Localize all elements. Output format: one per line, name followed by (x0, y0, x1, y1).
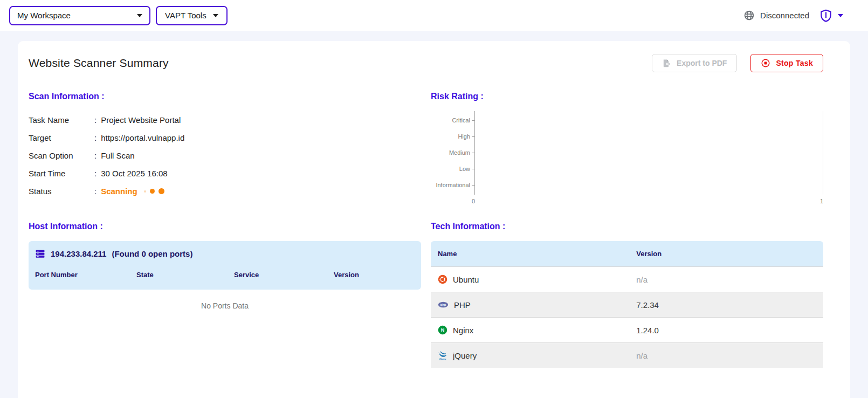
scanning-loader-dots (144, 188, 164, 194)
tech-col-name: Name (438, 250, 636, 258)
y-tick-informational: Informational (431, 177, 474, 193)
tech-table-header: Name Version (431, 241, 823, 266)
chart-x-axis-labels: 0 1 (472, 198, 823, 204)
x-tick-0: 0 (472, 198, 475, 204)
scan-info-row-status: Status : Scanning (29, 182, 421, 200)
php-icon: php (438, 299, 449, 310)
vapt-tools-label: VAPT Tools (165, 11, 206, 20)
globe-icon (743, 10, 755, 21)
file-export-icon (662, 59, 671, 68)
page-title: Website Scanner Summary (29, 57, 169, 70)
server-icon (35, 249, 45, 259)
separator: : (94, 151, 97, 160)
chart-y-axis-labels: Critical High Medium Low Informational (431, 111, 474, 195)
table-row: jQuery jQuery n/a (431, 342, 823, 368)
y-tick-low: Low (431, 161, 474, 177)
tech-version: n/a (636, 275, 823, 284)
tech-name: jQuery (453, 351, 477, 360)
separator: : (94, 187, 97, 196)
bottom-sections: Host Information : (29, 222, 823, 368)
scan-info-row-start-time: Start Time : 30 Oct 2025 16:08 (29, 164, 421, 182)
risk-rating-heading: Risk Rating : (431, 92, 823, 101)
tech-version: n/a (636, 351, 823, 360)
ports-col-port-number: Port Number (35, 271, 136, 279)
ports-table-header: Port Number State Service Version (29, 264, 421, 279)
host-panel: 194.233.84.211 (Found 0 open ports) Port… (29, 241, 421, 290)
tech-name: PHP (454, 300, 471, 310)
y-tick-medium: Medium (431, 145, 474, 161)
stop-task-label: Stop Task (776, 59, 813, 67)
nginx-icon: N (438, 325, 447, 335)
start-time-value: 30 Oct 2025 16:08 (101, 169, 167, 178)
tech-table: Name Version (431, 241, 823, 368)
table-row: N Nginx 1.24.0 (431, 317, 823, 342)
scan-option-value: Full Scan (101, 151, 135, 160)
scan-information-heading: Scan Information : (29, 92, 421, 101)
risk-rating-chart: Critical High Medium Low Informational (431, 111, 823, 195)
chevron-down-icon (137, 14, 142, 17)
y-tick-high: High (431, 128, 474, 145)
tech-information-heading: Tech Information : (431, 222, 823, 231)
x-tick-1: 1 (820, 198, 823, 204)
host-information-section: Host Information : (29, 222, 421, 368)
export-pdf-button[interactable]: Export to PDF (652, 54, 737, 72)
ubuntu-icon (438, 275, 447, 284)
risk-rating-section: Risk Rating : Critical High Medium Low I… (431, 92, 823, 204)
workspace-select-value: My Workspace (17, 11, 71, 20)
task-name-value: Project Website Portal (101, 115, 181, 125)
scan-info-row-target: Target : https://portal.vulnapp.id (29, 129, 421, 147)
ports-col-state: State (136, 271, 234, 279)
tech-col-version: Version (636, 250, 823, 258)
table-row: php PHP 7.2.34 (431, 292, 823, 317)
separator: : (94, 115, 97, 125)
chevron-down-icon (213, 14, 218, 17)
chart-plot-area (474, 111, 823, 195)
target-value: https://portal.vulnapp.id (101, 133, 184, 142)
tech-version: 1.24.0 (636, 326, 823, 335)
top-sections: Scan Information : Task Name : Project W… (29, 92, 823, 204)
svg-text:php: php (440, 303, 446, 306)
scan-information-section: Scan Information : Task Name : Project W… (29, 92, 421, 204)
separator: : (94, 133, 97, 142)
tech-information-section: Tech Information : Name Version (431, 222, 823, 368)
host-open-ports-note: (Found 0 open ports) (112, 249, 192, 258)
svg-text:jQuery: jQuery (438, 358, 446, 360)
workspace-select[interactable]: My Workspace (9, 6, 150, 25)
topbar-right: Disconnected (743, 9, 843, 23)
account-menu[interactable] (819, 9, 843, 23)
tech-version: 7.2.34 (636, 300, 823, 310)
table-row: Ubuntu n/a (431, 266, 823, 292)
topbar: My Workspace VAPT Tools Disconnected (0, 0, 868, 31)
separator: : (94, 169, 97, 178)
status-badge: Scanning (101, 187, 137, 196)
scan-info-row-scan-option: Scan Option : Full Scan (29, 147, 421, 164)
tech-name: Nginx (453, 326, 473, 335)
y-tick-critical: Critical (431, 112, 474, 128)
svg-text:N: N (441, 327, 445, 333)
no-ports-message: No Ports Data (29, 301, 421, 310)
scan-info-row-task-name: Task Name : Project Website Portal (29, 111, 421, 129)
scanner-summary-card: Website Scanner Summary Export to PDF (18, 41, 850, 398)
host-ip-row: 194.233.84.211 (Found 0 open ports) (29, 241, 421, 264)
connection-status: Disconnected (743, 10, 809, 21)
stop-circle-icon (761, 58, 770, 68)
page-body: Website Scanner Summary Export to PDF (0, 31, 868, 398)
vapt-tools-button[interactable]: VAPT Tools (156, 6, 228, 25)
card-header: Website Scanner Summary Export to PDF (29, 54, 823, 72)
shield-icon (819, 9, 833, 23)
export-pdf-label: Export to PDF (677, 59, 727, 67)
header-actions: Export to PDF Stop Task (652, 54, 823, 72)
jquery-icon: jQuery (438, 351, 447, 360)
connection-status-label: Disconnected (760, 11, 809, 20)
ports-col-service: Service (234, 271, 334, 279)
stop-task-button[interactable]: Stop Task (750, 54, 823, 72)
chevron-down-icon[interactable] (838, 14, 843, 17)
host-information-heading: Host Information : (29, 222, 421, 231)
tech-name: Ubuntu (453, 275, 479, 284)
ports-col-version: Version (334, 271, 415, 279)
host-ip: 194.233.84.211 (51, 249, 106, 258)
